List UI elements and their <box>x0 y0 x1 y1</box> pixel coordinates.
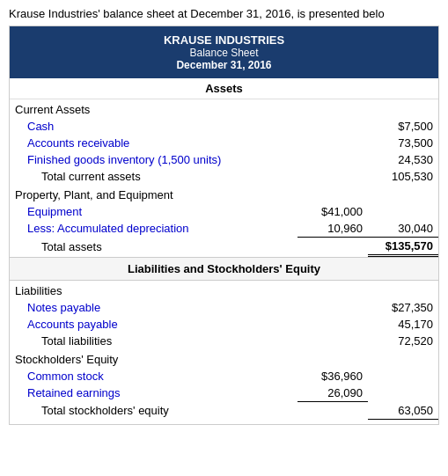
accum-dep-label: Less: Accumulated depreciation <box>10 220 297 238</box>
ppe-label: Property, Plant, and Equipment <box>10 185 297 203</box>
intro-text: Krause Industries' balance sheet at Dece… <box>0 0 448 26</box>
liabilities-label: Liabilities <box>10 281 297 299</box>
ar-row: Accounts receivable 73,500 <box>10 135 438 151</box>
total-current-label: Total current assets <box>10 168 297 185</box>
ap-row: Accounts payable 45,170 <box>10 316 438 333</box>
doc-title: Balance Sheet <box>13 47 435 59</box>
common-stock-row: Common stock $36,960 <box>10 368 438 384</box>
common-stock-label: Common stock <box>10 368 297 384</box>
notes-payable-label: Notes payable <box>10 299 297 316</box>
total-current-value: 105,530 <box>368 168 438 185</box>
equity-label: Stockholders' Equity <box>10 349 297 368</box>
cash-label: Cash <box>10 118 297 135</box>
company-name: KRAUSE INDUSTRIES <box>13 33 435 47</box>
total-liab-value: 72,520 <box>368 333 438 349</box>
cash-value: $7,500 <box>368 118 438 135</box>
liabilities-table: Liabilities Notes payable $27,350 Accoun… <box>10 281 438 424</box>
spacer-row <box>10 419 438 424</box>
total-current-row: Total current assets 105,530 <box>10 168 438 185</box>
inventory-value: 24,530 <box>368 151 438 168</box>
retained-label: Retained earnings <box>10 384 297 402</box>
report-header: KRAUSE INDUSTRIES Balance Sheet December… <box>10 26 438 78</box>
ar-label: Accounts receivable <box>10 135 297 151</box>
equipment-label: Equipment <box>10 203 297 220</box>
equipment-row: Equipment $41,000 <box>10 203 438 220</box>
inventory-label: Finished goods inventory (1,500 units) <box>10 151 297 168</box>
ap-label: Accounts payable <box>10 316 297 333</box>
notes-payable-value: $27,350 <box>368 299 438 316</box>
equipment-mid: $41,000 <box>297 203 368 220</box>
current-assets-label: Current Assets <box>10 99 297 118</box>
total-assets-row: Total assets $135,570 <box>10 238 438 256</box>
total-assets-label: Total assets <box>10 238 297 256</box>
retained-row: Retained earnings 26,090 <box>10 384 438 402</box>
total-equity-value: 63,050 <box>368 402 438 420</box>
doc-date: December 31, 2016 <box>13 59 435 71</box>
total-assets-value: $135,570 <box>368 238 438 256</box>
inventory-row: Finished goods inventory (1,500 units) 2… <box>10 151 438 168</box>
assets-section-header: Assets <box>10 78 438 99</box>
accum-dep-mid: 10,960 <box>297 220 368 238</box>
assets-table: Current Assets Cash $7,500 Accounts rece… <box>10 99 438 257</box>
ar-value: 73,500 <box>368 135 438 151</box>
total-equity-row: Total stockholders' equity 63,050 <box>10 402 438 420</box>
total-liab-label: Total liabilities <box>10 333 297 349</box>
ap-value: 45,170 <box>368 316 438 333</box>
liabilities-section-header: Liabilities and Stockholders' Equity <box>10 257 438 281</box>
equity-group: Stockholders' Equity <box>10 349 438 368</box>
ppe-group: Property, Plant, and Equipment <box>10 185 438 203</box>
accum-dep-row: Less: Accumulated depreciation 10,960 30… <box>10 220 438 238</box>
current-assets-group: Current Assets <box>10 99 438 118</box>
balance-sheet-container: KRAUSE INDUSTRIES Balance Sheet December… <box>9 26 439 425</box>
total-liab-row: Total liabilities 72,520 <box>10 333 438 349</box>
total-equity-label: Total stockholders' equity <box>10 402 297 420</box>
cash-row: Cash $7,500 <box>10 118 438 135</box>
accum-dep-right: 30,040 <box>368 220 438 238</box>
common-stock-mid: $36,960 <box>297 368 368 384</box>
liabilities-group: Liabilities <box>10 281 438 299</box>
retained-mid: 26,090 <box>297 384 368 402</box>
notes-payable-row: Notes payable $27,350 <box>10 299 438 316</box>
